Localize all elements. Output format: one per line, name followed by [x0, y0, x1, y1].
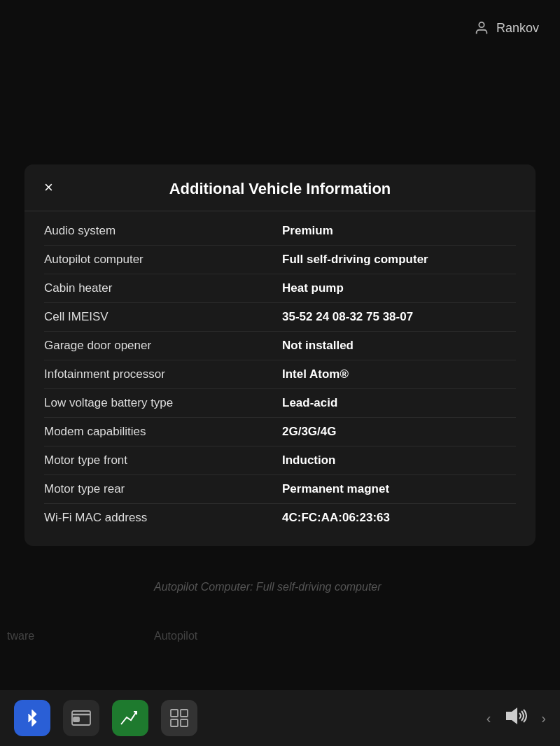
- grid-icon[interactable]: [161, 700, 197, 736]
- info-value: Not installed: [282, 339, 516, 353]
- additional-vehicle-info-modal: × Additional Vehicle Information Audio s…: [24, 164, 536, 546]
- bottom-bar: ‹ ›: [0, 690, 560, 746]
- info-value: 4C:FC:AA:06:23:63: [282, 511, 516, 525]
- bg-autopilot-text: Autopilot Computer: Full self-driving co…: [154, 581, 382, 593]
- info-value: Full self-driving computer: [282, 253, 516, 267]
- modal-header: × Additional Vehicle Information: [24, 164, 536, 211]
- info-label: Audio system: [44, 224, 282, 238]
- top-bar: Rankov: [420, 0, 560, 56]
- svg-rect-6: [171, 719, 178, 726]
- info-row: Cell IMEISV35-52 24 08-32 75 38-07: [44, 303, 516, 332]
- modal-title: Additional Vehicle Information: [44, 180, 516, 198]
- info-label: Low voltage battery type: [44, 396, 282, 410]
- bg-autopilot2-text: Autopilot: [154, 630, 197, 642]
- info-value: 2G/3G/4G: [282, 425, 516, 439]
- info-row: Garage door openerNot installed: [44, 332, 516, 360]
- info-label: Garage door opener: [44, 339, 282, 353]
- info-row: Modem capabilities2G/3G/4G: [44, 418, 516, 446]
- info-value: Induction: [282, 453, 516, 467]
- info-label: Modem capabilities: [44, 425, 282, 439]
- info-value: Premium: [282, 224, 516, 238]
- info-row: Wi-Fi MAC address4C:FC:AA:06:23:63: [44, 504, 516, 532]
- info-label: Infotainment processor: [44, 367, 282, 381]
- card-icon[interactable]: [63, 700, 99, 736]
- chart-icon[interactable]: [112, 700, 148, 736]
- bluetooth-icon[interactable]: [14, 700, 50, 736]
- info-row: Cabin heaterHeat pump: [44, 274, 516, 303]
- user-icon: [474, 20, 489, 36]
- close-button[interactable]: ×: [44, 180, 53, 195]
- info-label: Cabin heater: [44, 281, 282, 295]
- volume-icon[interactable]: [503, 706, 528, 730]
- info-label: Autopilot computer: [44, 253, 282, 267]
- info-row: Autopilot computerFull self-driving comp…: [44, 246, 516, 274]
- info-value: Heat pump: [282, 281, 516, 295]
- user-name: Rankov: [496, 21, 539, 36]
- info-value: Lead-acid: [282, 396, 516, 410]
- svg-rect-4: [171, 710, 178, 717]
- info-row: Motor type frontInduction: [44, 446, 516, 475]
- bottom-right-controls: ‹ ›: [486, 706, 546, 730]
- info-value: Intel Atom®: [282, 367, 516, 381]
- info-label: Motor type front: [44, 453, 282, 467]
- svg-marker-8: [506, 708, 517, 724]
- info-label: Cell IMEISV: [44, 310, 282, 324]
- info-row: Audio systemPremium: [44, 217, 516, 246]
- info-label: Motor type rear: [44, 482, 282, 496]
- svg-point-0: [479, 22, 484, 27]
- bottom-icons: [14, 700, 197, 736]
- svg-rect-3: [74, 717, 79, 722]
- info-value: Permanent magnet: [282, 482, 516, 496]
- prev-arrow[interactable]: ‹: [486, 710, 491, 726]
- info-value: 35-52 24 08-32 75 38-07: [282, 310, 516, 324]
- info-row: Motor type rearPermanent magnet: [44, 475, 516, 504]
- info-row: Low voltage battery typeLead-acid: [44, 389, 516, 418]
- info-row: Infotainment processorIntel Atom®: [44, 360, 516, 389]
- next-arrow[interactable]: ›: [541, 710, 546, 726]
- svg-rect-7: [181, 719, 188, 726]
- info-label: Wi-Fi MAC address: [44, 511, 282, 525]
- modal-body: Audio systemPremiumAutopilot computerFul…: [24, 211, 536, 546]
- bg-tware-text: tware: [7, 630, 34, 642]
- svg-rect-5: [181, 710, 188, 717]
